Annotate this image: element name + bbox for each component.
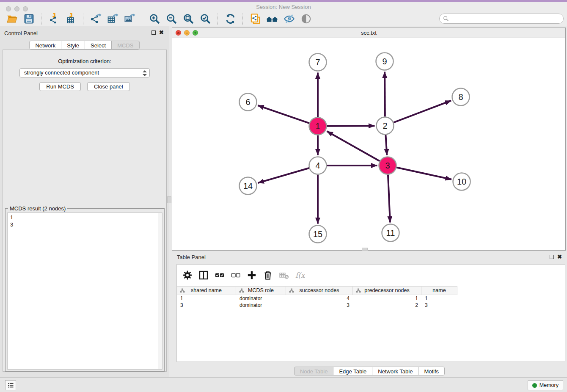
task-history-button[interactable] [5,380,16,390]
table-panel: Table Panel ✖ f(x) shared nameMCDS roles… [172,252,567,377]
export-table-icon[interactable] [106,13,119,25]
select-all-rows-icon[interactable] [214,269,226,281]
graph-node-6[interactable]: 6 [239,94,257,111]
horizontal-splitter-handle[interactable] [362,248,368,251]
tab-edge-table[interactable]: Edge Table [333,367,372,375]
edge-2-8[interactable] [394,101,451,123]
edge-3-11[interactable] [388,174,390,222]
table-cell[interactable]: 4 [286,295,353,302]
import-network-icon[interactable] [47,13,60,25]
float-table-panel-icon[interactable] [550,255,554,259]
network-canvas[interactable]: 7968124314101511 [172,38,565,250]
search-field[interactable] [439,14,564,24]
graph-node-15[interactable]: 15 [309,226,327,243]
table-header-row: shared nameMCDS rolesuccessor nodesprede… [177,286,457,295]
graph-node-7[interactable]: 7 [309,54,327,71]
edge-3-1[interactable] [327,131,380,161]
column-header-MCDS-role[interactable]: MCDS role [236,287,286,295]
zoom-out-icon[interactable] [165,13,178,25]
svg-text:15: 15 [313,229,322,239]
network-window-titlebar[interactable]: ✕ − + scc.txt [172,28,565,38]
apply-layout-icon[interactable] [224,13,237,25]
edge-3-10[interactable] [396,168,451,179]
tab-select[interactable]: Select [85,41,112,50]
toolbar-separator [242,14,243,25]
table-settings-icon[interactable] [182,269,193,281]
import-table-icon[interactable] [64,13,77,25]
home-icon[interactable] [266,13,278,25]
table-cell[interactable]: 1 [353,295,421,302]
create-column-icon[interactable] [246,269,258,281]
export-image-icon[interactable] [123,13,136,25]
export-network-icon[interactable] [89,13,102,25]
criterion-dropdown[interactable]: strongly connected component [19,68,150,77]
zoom-selected-icon[interactable] [199,13,212,25]
first-neighbors-icon[interactable] [249,13,261,25]
close-panel-icon[interactable]: ✖ [159,30,164,35]
edge-2-9[interactable] [385,72,385,116]
zoom-fit-icon[interactable] [182,13,195,25]
edge-1-2[interactable] [327,126,374,126]
graph-node-11[interactable]: 11 [382,224,399,242]
control-panel-title: Control Panel [4,30,38,36]
network-graph[interactable]: 7968124314101511 [172,38,565,250]
graph-node-8[interactable]: 8 [452,88,470,106]
table-cell[interactable]: 2 [353,302,421,309]
tab-node-table[interactable]: Node Table [294,367,334,375]
column-header-shared-name[interactable]: shared name [177,287,236,295]
table-row[interactable]: 3dominator323 [177,302,457,309]
float-panel-icon[interactable] [151,30,156,35]
table-tabs: Node TableEdge TableNetwork TableMotifs [172,367,567,375]
search-input[interactable] [451,14,563,23]
svg-text:7: 7 [315,58,320,67]
edge-2-3[interactable] [385,135,387,155]
zoom-in-icon[interactable] [148,13,161,25]
toggle-panes-icon[interactable] [198,269,209,281]
table-cell[interactable]: 1 [177,295,236,302]
graph-node-14[interactable]: 14 [239,177,257,195]
open-session-icon[interactable] [6,13,18,25]
tab-mcds[interactable]: MCDS [111,41,139,50]
hide-selected-icon[interactable] [283,13,295,25]
tab-network[interactable]: Network [29,41,61,50]
table-cell[interactable]: 3 [286,302,353,309]
memory-button[interactable]: Memory [528,380,563,390]
tab-motifs[interactable]: Motifs [418,367,445,375]
table-cell[interactable]: 3 [421,302,457,309]
control-panel: Control Panel ✖ NetworkStyleSelectMCDS O… [0,26,169,377]
close-table-panel-icon[interactable]: ✖ [557,255,562,259]
deselect-all-rows-icon[interactable] [230,269,242,281]
svg-text:8: 8 [458,92,463,102]
tab-style[interactable]: Style [61,41,85,50]
table-cell[interactable]: dominator [236,302,286,309]
table-row[interactable]: 1dominator411 [177,295,457,302]
graph-node-9[interactable]: 9 [376,53,394,70]
table-cell[interactable]: 1 [421,295,457,302]
column-header-predecessor-nodes[interactable]: predecessor nodes [353,287,421,295]
run-mcds-button[interactable]: Run MCDS [39,82,81,91]
close-panel-button[interactable]: Close panel [87,82,130,91]
status-bar: Memory [0,377,567,392]
graph-node-10[interactable]: 10 [453,173,471,190]
column-header-successor-nodes[interactable]: successor nodes [286,287,353,295]
graph-node-3[interactable]: 3 [379,157,396,174]
result-scrollbar[interactable] [158,213,162,369]
edge-1-6[interactable] [258,105,309,123]
node-table: shared nameMCDS rolesuccessor nodesprede… [177,286,457,309]
app-titlebar[interactable]: Session: New Session [0,2,567,12]
vertical-splitter-handle[interactable] [167,196,171,203]
graph-node-1[interactable]: 1 [309,118,327,135]
graph-node-2[interactable]: 2 [377,117,394,135]
tab-network-table[interactable]: Network Table [372,367,418,375]
mcds-result-line: 3 [10,221,160,228]
edge-4-14[interactable] [258,168,309,183]
save-session-icon[interactable] [22,13,35,25]
table-cell[interactable]: 3 [177,302,236,309]
delete-column-icon[interactable] [262,269,274,281]
column-header-name[interactable]: name [421,287,457,295]
table-panel-title: Table Panel [177,254,206,260]
table-cell[interactable]: dominator [236,295,286,302]
graph-node-4[interactable]: 4 [309,157,327,174]
mcds-result-text[interactable]: 13 [7,213,162,370]
toolbar-separator [41,14,41,25]
